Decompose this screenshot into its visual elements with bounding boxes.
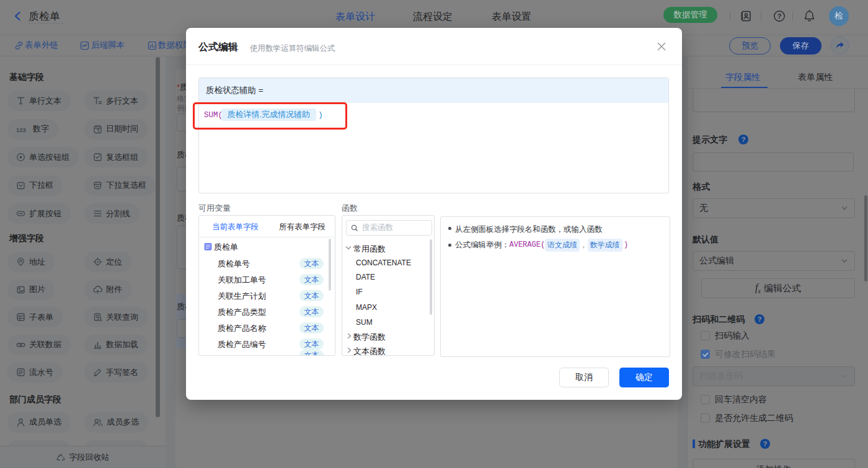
svg-text:123: 123 [16,126,26,133]
svg-text:?: ? [777,12,782,20]
